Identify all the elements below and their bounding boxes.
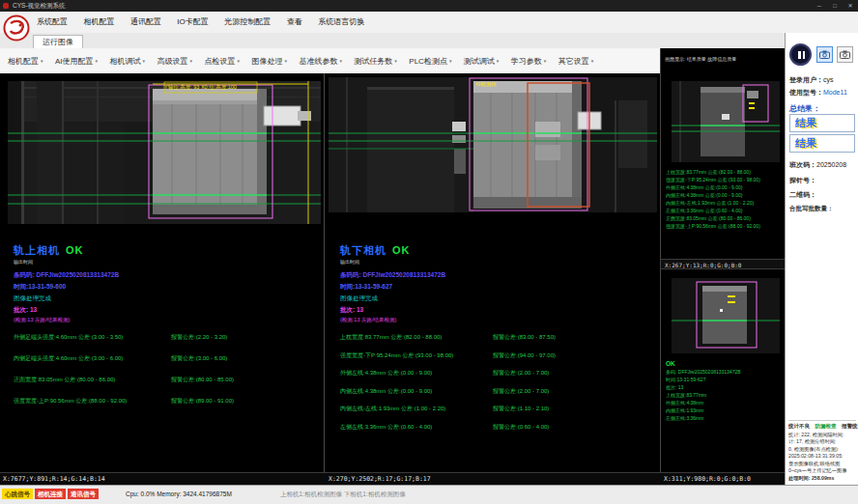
- stats-line: 2025:02:08-13:31:39:05:: [788, 453, 856, 461]
- toolbar-item-spot-check[interactable]: 点检设置▾: [204, 48, 240, 74]
- menu-item-comm-config[interactable]: 通讯配置: [130, 12, 161, 33]
- chevron-down-icon: ▾: [449, 58, 452, 64]
- measurement-value: 外侧左线:4.38mm 公差:(0.00 - 9.00): [340, 369, 493, 378]
- login-user-label: 登录用户：: [789, 76, 823, 83]
- shift-code-row: 班次码：20250208: [789, 160, 846, 170]
- shift-code-label: 班次码：: [789, 161, 816, 168]
- menu-item-view[interactable]: 查看: [287, 12, 302, 33]
- measurement-row: 内侧左线:4.38mm 公差:(0.00 - 9.00)报警公差:(2.00 -…: [340, 387, 654, 396]
- menu-item-system-config[interactable]: 系统配置: [37, 12, 68, 33]
- preview-line: 上枕宽度:83.77mm 公差:(82.00 - 88.00): [666, 168, 760, 176]
- menu-item-camera-config[interactable]: 相机配置: [83, 12, 114, 33]
- toolbar-item-ai-config[interactable]: AI使用配置▾: [55, 48, 98, 74]
- toolbar-item-label: 基准线参数: [299, 57, 337, 66]
- measurement-row: 正面宽度:83.05mm 公差:(80.00 - 86.00)报警公差:(80.…: [14, 376, 318, 384]
- toolbar-item-image-processing[interactable]: 图像处理▾: [251, 48, 287, 74]
- toolbar-item-label: 其它设置: [558, 57, 589, 66]
- sidebar: 登录用户：cys 使用型号：Mode11 总结果： 结果 结果 结果 结果 班次…: [785, 33, 858, 485]
- toolbar-item-other-settings[interactable]: 其它设置▾: [558, 48, 594, 74]
- model-label: 使用型号：: [789, 89, 823, 96]
- toolbar-item-camera-config[interactable]: 相机配置▾: [8, 48, 43, 74]
- preview-header: 画面显示: 结果质量 故障信息质量: [665, 56, 736, 62]
- camera-icon: [840, 50, 850, 59]
- preview-line: 正面宽度:83.05mm 公差:(80.00 - 86.00): [666, 214, 760, 222]
- tab-defect-stats[interactable]: 统计不良: [788, 423, 810, 429]
- qr-code-label: 二维码：: [789, 190, 816, 200]
- camera-view-top-rail: Y轴位:高度: 93 X0:位:高度:100 轨上相机OK 输出时间 条码码: …: [0, 73, 325, 472]
- stats-line: 统计: 222, 检测间隔时间:: [788, 432, 856, 439]
- toolbar-item-label: AI使用配置: [55, 57, 94, 66]
- tab-alarm-stats[interactable]: 报警统计: [842, 423, 858, 429]
- minimize-button[interactable]: ─: [812, 0, 827, 12]
- toolbar-item-camera-debug[interactable]: 相机调试▾: [110, 48, 146, 74]
- measurement-value: 内侧左线-左线:1.93mm 公差:(1.00 - 2.20): [340, 405, 493, 413]
- time-text: 时间:13-31-59-600: [14, 283, 318, 292]
- alarm-tolerance: 报警公差:(80.00 - 85.00): [171, 376, 318, 384]
- preview-line: 内侧左线:4.38mm 公差:(0.00 - 9.00): [666, 191, 760, 199]
- alarm-tolerance: 报警公差:(89.00 - 91.00): [171, 397, 318, 406]
- preview-line: 左侧左线:3.36mm: [666, 414, 741, 422]
- axis-overlay-label: Y轴位:高度: 93 X0:位:高度:100: [164, 84, 237, 91]
- preview-line: 外侧左线:4.38mm: [666, 399, 741, 406]
- menu-item-io-config[interactable]: IO卡配置: [177, 12, 208, 33]
- cpu-memory-text: Cpu: 0.0% Memory: 3424.41796875M: [126, 489, 232, 499]
- chevron-down-icon: ▾: [544, 58, 547, 64]
- menu-item-light-config[interactable]: 光源控制配置: [224, 12, 271, 33]
- preview-image-1[interactable]: [672, 81, 780, 162]
- measurement-row: 左侧左线:3.36mm 公差:(0.60 - 4.00)报警公差:(0.60 -…: [340, 423, 654, 432]
- tab-leak-check[interactable]: 防漏检查: [815, 423, 837, 429]
- preview-line: 强度宽度-下P:95.24mm 公差:(93.00 - 98.00): [666, 176, 760, 183]
- pause-icon: [798, 51, 801, 59]
- toolbar-item-plc-points[interactable]: PLC检测点▾: [409, 48, 451, 74]
- measurement-value: 正面宽度:83.05mm 公差:(80.00 - 86.00): [14, 376, 171, 384]
- close-button[interactable]: ✕: [843, 0, 858, 12]
- toolbar-item-label: 点检设置: [204, 57, 235, 66]
- alarm-tolerance: 报警公差:(2.00 - 7.00): [493, 387, 654, 396]
- view-title: 轨下相机: [340, 244, 386, 256]
- top-camera-image[interactable]: [8, 81, 321, 224]
- result-text: 结果: [795, 136, 816, 151]
- alarm-tolerance: 报警公差:(0.60 - 4.00): [493, 423, 654, 432]
- toolbar-item-test-tasks[interactable]: 测试任务数▾: [354, 48, 397, 74]
- view-result-title: 轨下相机OK: [340, 243, 654, 258]
- view-result-title: 轨上相机OK: [14, 243, 318, 258]
- result-box-2: 结果 结果: [789, 134, 855, 153]
- measurement-row: 内侧足端头强度:4.60mm 公差:(3.00 - 6.00)报警公差:(3.0…: [14, 354, 318, 363]
- chevron-down-icon: ▾: [189, 58, 192, 64]
- measurement-value: 左侧左线:3.36mm 公差:(0.60 - 4.00): [340, 423, 493, 432]
- bottom-camera-image[interactable]: [329, 77, 657, 212]
- preview-line: 时间:13-31-59-627: [666, 376, 741, 383]
- toolbar-item-advanced-settings[interactable]: 高级设置▾: [157, 48, 192, 74]
- stats-line: 0~cys一号上传记忆一图像: [788, 467, 856, 475]
- live-view-button[interactable]: [816, 46, 833, 63]
- camera-status-text: 上相机1:相机检测图像 下相机1:相机检测图像: [280, 489, 406, 499]
- menubar: 系统配置 相机配置 通讯配置 IO卡配置 光源控制配置 查看 系统语言切换: [0, 12, 858, 34]
- maximize-button[interactable]: □: [827, 0, 843, 12]
- toolbar-item-learning-params[interactable]: 学习参数▾: [511, 48, 547, 74]
- app-icon: [3, 3, 9, 9]
- batch-note-text: (检测:13 左路/结果检测): [340, 317, 654, 323]
- camera-view-bottom-rail: AI检测框 轨下相机OK 输出时间 条码码: DFFJiw20250208133…: [325, 73, 660, 472]
- barcode-text: 条码码: DFFJiw2025020813313472B: [340, 271, 654, 280]
- time-text: 时间:13-31-59-627: [340, 283, 654, 292]
- preview-line: 上枕宽度:83.77mm: [666, 391, 741, 399]
- chevron-down-icon: ▾: [41, 58, 43, 64]
- pin-number-label: 探针号：: [789, 176, 816, 185]
- measurement-row: 内侧左线-左线:1.93mm 公差:(1.00 - 2.20)报警公差:(1.1…: [340, 405, 654, 413]
- app-window: CYS-视觉检测系统 ─ □ ✕ 系统配置 相机配置 通讯配置 IO卡配置 光源…: [0, 0, 858, 504]
- preview-status-ok: OK: [666, 359, 741, 368]
- snapshot-button[interactable]: [837, 46, 853, 63]
- batch-write-count-label: 合批写批数量：: [789, 205, 834, 213]
- preview-line: 外侧左线:4.38mm 公差:(0.00 - 9.00): [666, 183, 760, 191]
- window-title: CYS-视觉检测系统: [13, 0, 66, 12]
- measurement-value: 内侧左线:4.38mm 公差:(0.00 - 9.00): [340, 387, 493, 396]
- login-user-row: 登录用户：cys: [789, 75, 834, 85]
- toolbar-item-baseline-params[interactable]: 基准线参数▾: [299, 48, 342, 74]
- pause-button[interactable]: [789, 43, 812, 66]
- toolbar-item-test-debug[interactable]: 测试调试▾: [464, 48, 500, 74]
- stats-line: 0, 检测图像(布点检测):: [788, 446, 856, 454]
- preview-image-2[interactable]: [672, 278, 780, 353]
- menu-item-language-switch[interactable]: 系统语言切换: [318, 12, 364, 33]
- alarm-tolerance: 报警公差:(1.10 - 2.10): [493, 405, 654, 413]
- shift-code-value: 20250208: [816, 161, 846, 168]
